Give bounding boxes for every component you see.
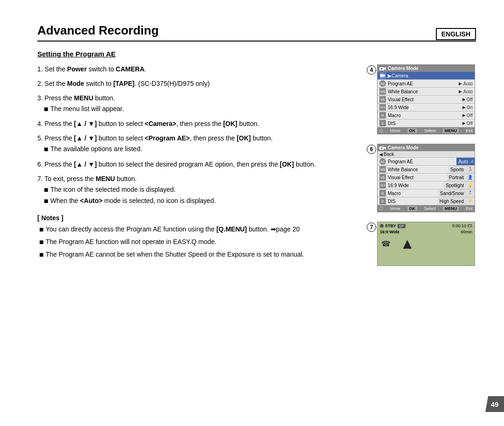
page-number: 49 — [485, 396, 504, 412]
bullet-icon-7a: ■ — [44, 185, 49, 195]
vf-wide-label: 16:9 Wide — [380, 230, 399, 234]
page-container: ENGLISH Advanced Recording Setting the P… — [0, 0, 504, 426]
screen-6-dis-row: D DIS High Speed ⚡ — [378, 197, 475, 205]
screen-6-wide-row: 16:9 16:9 Wide Spotlight 💡 — [378, 182, 475, 189]
row-val-wb: ▶Auto — [459, 89, 473, 94]
step-3-bullet: ■ The menu list will appear. — [44, 104, 355, 114]
footer-menu-btn: MENU — [443, 128, 459, 133]
step-1: 1. Set the Power switch to CAMERA. — [37, 64, 355, 74]
dis6-value: High Speed — [438, 197, 466, 205]
footer6-menu-btn: MENU — [443, 206, 459, 211]
macro6-value: Sand/Snow — [438, 189, 466, 197]
step-5: 5. Press the [▲ / ▼] button to select <P… — [37, 133, 355, 154]
step-5-bullet: ■ The available options are listed. — [44, 144, 355, 154]
screen-6-footer: ⬡ Move OK Select MENU Exit — [378, 205, 475, 212]
footer-move-label: Move — [390, 128, 400, 133]
svg-rect-3 — [380, 74, 384, 77]
title-divider — [37, 41, 476, 42]
section-heading: Setting the Program AE — [37, 50, 476, 58]
footer6-select-label: Select — [424, 206, 436, 211]
screen-6-wb-row: WB White Balance Sports 🏃 — [378, 166, 475, 174]
row-icon-wide6: 16:9 — [379, 182, 386, 189]
step-6-text: 6. Press the [▲ / ▼] button to select th… — [37, 160, 355, 169]
row-icon-macro6: M — [379, 190, 386, 196]
note-2-text: The Program AE function will not operate… — [46, 237, 217, 247]
camera-row-label: ▶Camera — [388, 73, 473, 78]
vf-main-area: ☎ ▲ — [378, 234, 475, 253]
note-bullet-2: ■ — [39, 237, 44, 247]
page-title: Advanced Recording — [37, 23, 476, 38]
language-badge: ENGLISH — [436, 28, 476, 40]
step-3-text: 3. Press the MENU button. — [37, 93, 355, 103]
screen-4-number: 4 — [367, 65, 376, 75]
row-icon-ae: AE — [379, 158, 386, 165]
step-4: 4. Press the [▲ / ▼] button to select <C… — [37, 119, 355, 129]
vf-ae-symbol: ☎ — [381, 239, 391, 248]
row-label-ve: Visual Effect — [388, 97, 462, 102]
row-val-dis: ▶Off — [462, 121, 473, 126]
programae-label: Program AE — [388, 159, 455, 164]
row-icon-2: WB — [379, 88, 386, 95]
screen-6-macro-row: M Macro Sand/Snow ⛄ — [378, 189, 475, 197]
step-3-bullet-text: The menu list will appear. — [50, 104, 124, 114]
wide6-label: 16:9 Wide — [388, 183, 442, 188]
svg-point-2 — [381, 68, 383, 70]
notes-heading: [ Notes ] — [37, 214, 355, 222]
camera-row-icon — [379, 72, 386, 79]
screen-6-wrapper: 6 Camera Mode ◀ Back — [377, 144, 476, 212]
wb6-icon: 🏃 — [466, 166, 475, 173]
step-2: 2. Set the Mode switch to [TAPE]. (SC-D3… — [37, 79, 355, 89]
step-7-text: 7. To exit, press the MENU button. — [37, 174, 355, 184]
note-bullet-1: ■ — [39, 224, 44, 235]
vf-info-row: 16:9 Wide 60min — [378, 230, 475, 234]
screen-4-camera-row: ▶Camera — [378, 72, 475, 80]
screen-4-topbar: Camera Mode — [378, 65, 475, 72]
svg-marker-6 — [384, 147, 386, 149]
dis6-label: DIS — [388, 199, 436, 204]
step-7: 7. To exit, press the MENU button. ■ The… — [37, 174, 355, 207]
footer-select-label: Select — [424, 128, 436, 133]
macro6-icon: ⛄ — [466, 189, 475, 197]
screen-4: Camera Mode ▶Camera — [377, 64, 475, 134]
right-column: 4 Camera Mode — [364, 64, 476, 271]
step-5-text: 5. Press the [▲ / ▼] button to select <P… — [37, 133, 355, 143]
row-icon-1: AE — [379, 80, 386, 87]
screen-7: STBY SP 0:00:10 📼 16:9 Wide 60min — [377, 222, 475, 266]
svg-marker-4 — [384, 74, 385, 77]
vf-triangle: ▲ — [400, 236, 415, 251]
step-7-bullet-2: ■ When the <Auto> mode is selected, no i… — [44, 196, 355, 206]
note-3-text: The Program AE cannot be set when the Sh… — [46, 250, 304, 259]
footer6-move-label: Move — [390, 206, 400, 211]
row-val-ve: ▶Off — [462, 97, 473, 102]
screen-6-topbar: Camera Mode — [378, 144, 475, 151]
vf-tape-icon: 📼 — [467, 223, 472, 228]
vf-status: STBY SP — [380, 223, 406, 228]
macro6-label: Macro — [388, 191, 436, 196]
bullet-icon-5: ■ — [44, 144, 49, 154]
svg-point-7 — [381, 147, 383, 149]
footer6-exit-label: Exit — [466, 206, 473, 211]
screen-4-row-macro: M Macro ▶Off — [378, 112, 475, 119]
footer6-ok-btn: OK — [407, 206, 418, 211]
note-2: ■ The Program AE function will not opera… — [39, 237, 355, 247]
vf-stby: STBY — [385, 223, 396, 228]
note-bullet-3: ■ — [39, 250, 44, 260]
vf-min-label: 60min — [461, 230, 472, 234]
row-label-wide: 16:9 Wide — [388, 105, 462, 110]
footer6-move-icon: ⬡ — [379, 206, 383, 211]
step-7-bullet-1: ■ The icon of the selected mode is displ… — [44, 185, 355, 195]
row-val-wide: ▶On — [462, 105, 473, 110]
wide6-icon: 💡 — [466, 182, 475, 189]
screen-6-programae-row: AE Program AE Auto A — [378, 158, 475, 166]
screen-4-row-wb: WB White Balance ▶Auto — [378, 88, 475, 96]
row-val-macro: ▶Off — [462, 113, 473, 118]
notes-section: [ Notes ] ■ You can directly access the … — [37, 214, 355, 260]
step-4-text: 4. Press the [▲ / ▼] button to select <C… — [37, 119, 355, 129]
screen-6-back-row: ◀ Back — [378, 151, 475, 158]
step-5-bullet-text: The available options are listed. — [50, 144, 142, 154]
screen-7-wrapper: 7 STBY SP 0:00:10 📼 — [377, 222, 476, 266]
row-icon-3: VE — [379, 96, 386, 103]
row-label-program-ae: Program AE — [388, 81, 459, 86]
bullet-icon: ■ — [44, 104, 49, 114]
screen-6-top-label: Camera Mode — [388, 145, 419, 150]
